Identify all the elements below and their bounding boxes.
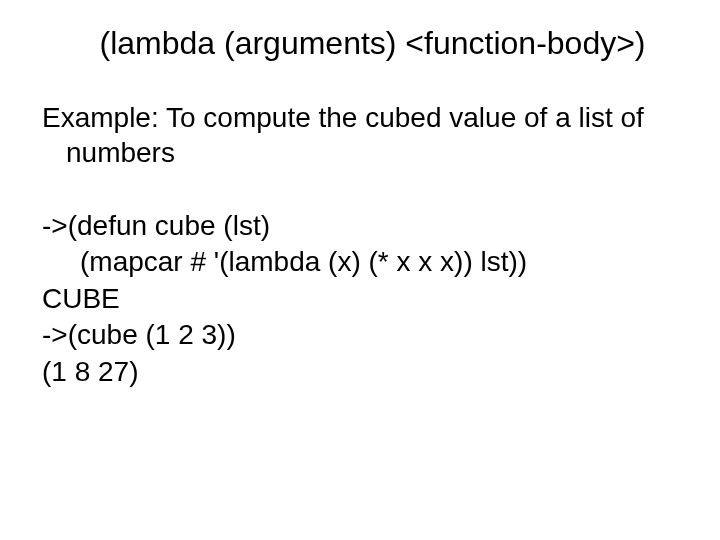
- code-example: ->(defun cube (lst) (mapcar # '(lambda (…: [42, 208, 678, 390]
- code-line-1: ->(defun cube (lst): [42, 208, 678, 244]
- code-line-2: (mapcar # '(lambda (x) (* x x x)) lst)): [42, 244, 678, 280]
- code-line-5: (1 8 27): [42, 354, 678, 390]
- code-line-3: CUBE: [42, 281, 678, 317]
- slide-title: (lambda (arguments) <function-body>): [42, 25, 678, 62]
- example-line1: Example: To compute the cubed value of a…: [42, 102, 644, 133]
- example-line2: numbers: [42, 135, 678, 170]
- code-line-4: ->(cube (1 2 3)): [42, 317, 678, 353]
- example-description: Example: To compute the cubed value of a…: [42, 100, 678, 170]
